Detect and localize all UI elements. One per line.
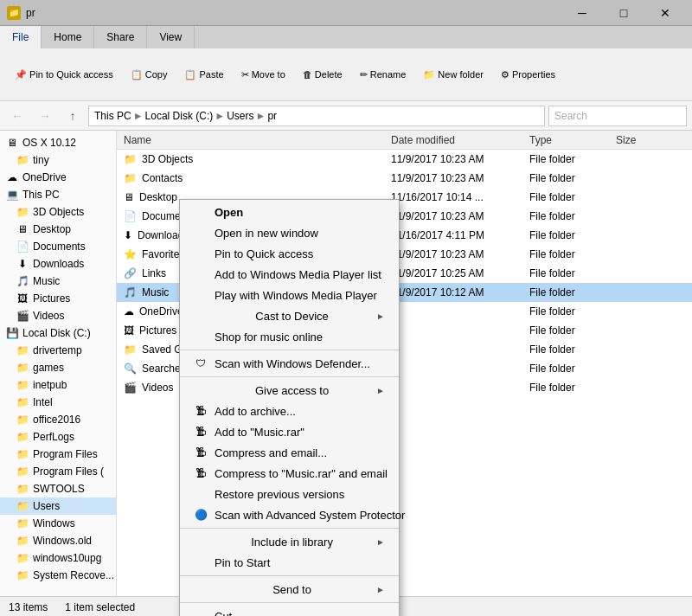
cm-item-label: Open in new window — [215, 227, 318, 240]
cm-item-give-access-to[interactable]: Give access to► — [180, 380, 399, 401]
sidebar-item-office2016[interactable]: 📁office2016 — [0, 411, 116, 428]
sidebar-icon: ⬇ — [16, 257, 29, 271]
sidebar-item-videos[interactable]: 🎬Videos — [0, 307, 116, 324]
search-box[interactable]: Search — [548, 106, 687, 126]
cm-item-pin-to-start[interactable]: Pin to Start — [180, 552, 399, 573]
cm-item-add-to-archive---[interactable]: 🗜Add to archive... — [180, 401, 399, 421]
sidebar-item-3d-objects[interactable]: 📁3D Objects — [0, 203, 116, 221]
cm-item-scan-with-advanced-system-prot[interactable]: 🔵Scan with Advanced System Protector — [180, 504, 399, 525]
sidebar-item-pictures[interactable]: 🖼Pictures — [0, 290, 116, 307]
sidebar-label: windows10upg — [33, 552, 101, 564]
sidebar-item-desktop[interactable]: 🖥Desktop — [0, 221, 116, 238]
sidebar-item-windows-old[interactable]: 📁Windows.old — [0, 532, 116, 549]
maximize-button[interactable]: □ — [604, 1, 644, 25]
cm-arrow-icon: ► — [376, 585, 385, 594]
sidebar-icon: 📄 — [16, 240, 29, 253]
ribbon-properties-button[interactable]: ⚙ Properties — [493, 65, 563, 85]
cm-item-label: Pin to Quick access — [215, 247, 313, 260]
sidebar-item-downloads[interactable]: ⬇Downloads — [0, 255, 116, 273]
cm-item-shop-for-music-online[interactable]: Shop for music online — [180, 326, 399, 347]
cm-item-scan-with-windows-defender---[interactable]: 🛡Scan with Windows Defender... — [180, 353, 399, 374]
sidebar-label: drivertemp — [33, 344, 82, 356]
cm-item-icon-empty — [194, 609, 208, 616]
tab-view[interactable]: View — [147, 26, 195, 48]
path-localdisk: Local Disk (C:) — [145, 110, 214, 122]
sidebar-item-drivertemp[interactable]: 📁drivertemp — [0, 342, 116, 359]
sidebar-item-inetpub[interactable]: 📁inetpub — [0, 376, 116, 394]
sidebar-icon: 📁 — [16, 482, 29, 496]
sidebar-icon: 💾 — [5, 326, 19, 340]
search-placeholder: Search — [554, 110, 587, 122]
sidebar-item-program-files[interactable]: 📁Program Files — [0, 446, 116, 463]
sidebar-item-system-recove---[interactable]: 📁System Recove... — [0, 567, 116, 584]
sidebar-item-windows10upg[interactable]: 📁windows10upg — [0, 549, 116, 567]
sidebar-item-swtools[interactable]: 📁SWTOOLS — [0, 480, 116, 497]
file-name: 📁Contacts — [124, 172, 391, 184]
ribbon-new-folder-button[interactable]: 📁 New folder — [415, 65, 491, 85]
tab-share[interactable]: Share — [94, 26, 147, 48]
cm-item-label: Cut — [215, 610, 232, 617]
cm-item-add-to--music-rar-[interactable]: 🗜Add to "Music.rar" — [180, 421, 399, 442]
sidebar-label: OS X 10.12 — [22, 137, 76, 149]
cm-item-icon-empty — [194, 535, 208, 549]
ribbon-copy-button[interactable]: 📋 Copy — [123, 65, 176, 85]
ribbon-delete-button[interactable]: 🗑 Delete — [295, 65, 350, 84]
cm-item-icon-empty — [194, 487, 208, 501]
sidebar-item-windows[interactable]: 📁Windows — [0, 515, 116, 532]
sidebar-item-perflogs[interactable]: 📁PerfLogs — [0, 428, 116, 446]
header-date: Date modified — [391, 134, 529, 146]
cm-item-cast-to-device[interactable]: Cast to Device► — [180, 305, 399, 326]
cm-item-add-to-windows-media-player-li[interactable]: Add to Windows Media Player list — [180, 264, 399, 285]
sidebar-item-local-disk--c--[interactable]: 💾Local Disk (C:) — [0, 324, 116, 342]
cm-item-compress-and-email---[interactable]: 🗜Compress and email... — [180, 442, 399, 463]
cm-separator — [180, 602, 399, 603]
file-type: File folder — [529, 267, 616, 279]
sidebar-item-this-pc[interactable]: 💻This PC — [0, 186, 116, 203]
cm-item-label: Add to Windows Media Player list — [215, 268, 381, 281]
ribbon-rename-button[interactable]: ✏ Rename — [352, 65, 414, 85]
cm-item-pin-to-quick-access[interactable]: Pin to Quick access — [180, 243, 399, 264]
sidebar-label: System Recove... — [33, 569, 114, 581]
cm-item-icon-empty — [194, 582, 208, 596]
sidebar-item-os-x-10-12[interactable]: 🖥OS X 10.12 — [0, 134, 116, 151]
item-count: 13 items — [9, 601, 48, 613]
sidebar-item-tiny[interactable]: 📁tiny — [0, 151, 116, 169]
address-path[interactable]: This PC ► Local Disk (C:) ► Users ► pr — [88, 106, 545, 126]
tab-home[interactable]: Home — [42, 26, 94, 48]
back-button[interactable]: ← — [5, 105, 29, 127]
ribbon: File Home Share View 📌 Pin to Quick acce… — [0, 26, 692, 101]
sidebar-icon: 🎵 — [16, 274, 29, 288]
minimize-button[interactable]: ─ — [562, 1, 602, 25]
sidebar-item-onedrive[interactable]: ☁OneDrive — [0, 169, 116, 186]
sidebar-item-documents[interactable]: 📄Documents — [0, 238, 116, 255]
cm-item-include-in-library[interactable]: Include in library► — [180, 531, 399, 552]
close-button[interactable]: ✕ — [645, 1, 685, 25]
file-row[interactable]: 📁Contacts 11/9/2017 10:23 AM File folder — [117, 169, 692, 188]
up-button[interactable]: ↑ — [61, 105, 85, 127]
cm-item-restore-previous-versions[interactable]: Restore previous versions — [180, 484, 399, 504]
sidebar-item-program-files--[interactable]: 📁Program Files ( — [0, 463, 116, 480]
cm-item-send-to[interactable]: Send to► — [180, 579, 399, 600]
sidebar-item-intel[interactable]: 📁Intel — [0, 394, 116, 411]
sidebar-item-music[interactable]: 🎵Music — [0, 273, 116, 290]
sidebar-label: Intel — [33, 396, 53, 408]
path-thispc: This PC — [94, 110, 131, 122]
file-row[interactable]: 📁3D Objects 11/9/2017 10:23 AM File fold… — [117, 150, 692, 169]
cm-item-play-with-windows-media-player[interactable]: Play with Windows Media Player — [180, 285, 399, 305]
cm-item-open[interactable]: Open — [180, 202, 399, 222]
sidebar-item-users[interactable]: 📁Users — [0, 497, 116, 515]
sidebar-icon: 📁 — [16, 430, 29, 444]
cm-item-open-in-new-window[interactable]: Open in new window — [180, 222, 399, 243]
cm-item-compress-to--music-rar--and-em[interactable]: 🗜Compress to "Music.rar" and email — [180, 463, 399, 484]
ribbon-paste-button[interactable]: 📋 Paste — [176, 65, 231, 85]
cm-item-cut[interactable]: Cut — [180, 606, 399, 616]
ribbon-move-button[interactable]: ✂ Move to — [234, 65, 293, 85]
forward-button[interactable]: → — [33, 105, 57, 127]
ribbon-pin-button[interactable]: 📌 Pin to Quick access — [7, 65, 121, 85]
cm-item-icon: 🗜 — [194, 404, 208, 418]
sidebar-item-games[interactable]: 📁games — [0, 359, 116, 376]
tab-file[interactable]: File — [0, 26, 42, 48]
cm-arrow-icon: ► — [376, 537, 385, 547]
window-title: pr — [26, 7, 557, 19]
sidebar-label: 3D Objects — [33, 206, 84, 218]
